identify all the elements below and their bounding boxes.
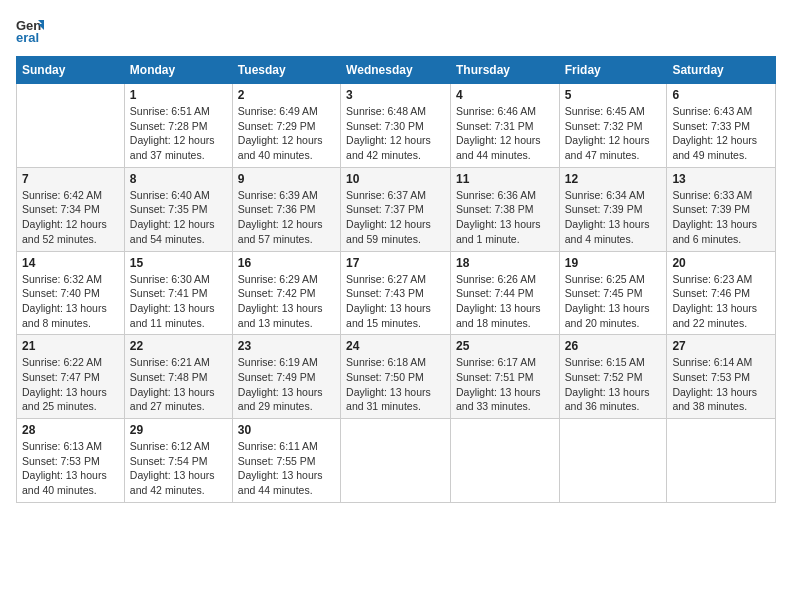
- day-info: Sunrise: 6:34 AMSunset: 7:39 PMDaylight:…: [565, 188, 662, 247]
- calendar-cell: 15Sunrise: 6:30 AMSunset: 7:41 PMDayligh…: [124, 251, 232, 335]
- day-number: 14: [22, 256, 119, 270]
- day-number: 11: [456, 172, 554, 186]
- day-info: Sunrise: 6:21 AMSunset: 7:48 PMDaylight:…: [130, 355, 227, 414]
- day-info: Sunrise: 6:43 AMSunset: 7:33 PMDaylight:…: [672, 104, 770, 163]
- day-number: 18: [456, 256, 554, 270]
- calendar-week-row: 21Sunrise: 6:22 AMSunset: 7:47 PMDayligh…: [17, 335, 776, 419]
- calendar-cell: 10Sunrise: 6:37 AMSunset: 7:37 PMDayligh…: [341, 167, 451, 251]
- day-number: 13: [672, 172, 770, 186]
- general-blue-icon: Gen eral: [16, 16, 44, 44]
- day-info: Sunrise: 6:45 AMSunset: 7:32 PMDaylight:…: [565, 104, 662, 163]
- day-info: Sunrise: 6:27 AMSunset: 7:43 PMDaylight:…: [346, 272, 445, 331]
- calendar-cell: 29Sunrise: 6:12 AMSunset: 7:54 PMDayligh…: [124, 419, 232, 503]
- day-info: Sunrise: 6:12 AMSunset: 7:54 PMDaylight:…: [130, 439, 227, 498]
- calendar-cell: 19Sunrise: 6:25 AMSunset: 7:45 PMDayligh…: [559, 251, 667, 335]
- day-number: 9: [238, 172, 335, 186]
- day-number: 6: [672, 88, 770, 102]
- calendar-table: SundayMondayTuesdayWednesdayThursdayFrid…: [16, 56, 776, 503]
- weekday-header: Thursday: [450, 57, 559, 84]
- calendar-cell: 21Sunrise: 6:22 AMSunset: 7:47 PMDayligh…: [17, 335, 125, 419]
- calendar-cell: 24Sunrise: 6:18 AMSunset: 7:50 PMDayligh…: [341, 335, 451, 419]
- calendar-cell: 20Sunrise: 6:23 AMSunset: 7:46 PMDayligh…: [667, 251, 776, 335]
- weekday-header: Friday: [559, 57, 667, 84]
- calendar-cell: 2Sunrise: 6:49 AMSunset: 7:29 PMDaylight…: [232, 84, 340, 168]
- day-info: Sunrise: 6:32 AMSunset: 7:40 PMDaylight:…: [22, 272, 119, 331]
- day-info: Sunrise: 6:26 AMSunset: 7:44 PMDaylight:…: [456, 272, 554, 331]
- logo: Gen eral: [16, 16, 48, 44]
- calendar-cell: 7Sunrise: 6:42 AMSunset: 7:34 PMDaylight…: [17, 167, 125, 251]
- day-info: Sunrise: 6:37 AMSunset: 7:37 PMDaylight:…: [346, 188, 445, 247]
- calendar-cell: [667, 419, 776, 503]
- calendar-cell: 14Sunrise: 6:32 AMSunset: 7:40 PMDayligh…: [17, 251, 125, 335]
- day-info: Sunrise: 6:29 AMSunset: 7:42 PMDaylight:…: [238, 272, 335, 331]
- calendar-cell: 22Sunrise: 6:21 AMSunset: 7:48 PMDayligh…: [124, 335, 232, 419]
- day-number: 23: [238, 339, 335, 353]
- day-info: Sunrise: 6:40 AMSunset: 7:35 PMDaylight:…: [130, 188, 227, 247]
- calendar-cell: 12Sunrise: 6:34 AMSunset: 7:39 PMDayligh…: [559, 167, 667, 251]
- weekday-header: Monday: [124, 57, 232, 84]
- weekday-header: Tuesday: [232, 57, 340, 84]
- calendar-cell: 5Sunrise: 6:45 AMSunset: 7:32 PMDaylight…: [559, 84, 667, 168]
- weekday-header: Wednesday: [341, 57, 451, 84]
- day-number: 12: [565, 172, 662, 186]
- calendar-cell: 30Sunrise: 6:11 AMSunset: 7:55 PMDayligh…: [232, 419, 340, 503]
- day-number: 15: [130, 256, 227, 270]
- calendar-cell: 17Sunrise: 6:27 AMSunset: 7:43 PMDayligh…: [341, 251, 451, 335]
- day-number: 2: [238, 88, 335, 102]
- calendar-cell: 25Sunrise: 6:17 AMSunset: 7:51 PMDayligh…: [450, 335, 559, 419]
- calendar-cell: 3Sunrise: 6:48 AMSunset: 7:30 PMDaylight…: [341, 84, 451, 168]
- day-info: Sunrise: 6:42 AMSunset: 7:34 PMDaylight:…: [22, 188, 119, 247]
- calendar-cell: [450, 419, 559, 503]
- day-info: Sunrise: 6:18 AMSunset: 7:50 PMDaylight:…: [346, 355, 445, 414]
- day-number: 3: [346, 88, 445, 102]
- day-info: Sunrise: 6:49 AMSunset: 7:29 PMDaylight:…: [238, 104, 335, 163]
- day-number: 26: [565, 339, 662, 353]
- day-number: 28: [22, 423, 119, 437]
- day-number: 4: [456, 88, 554, 102]
- calendar-week-row: 14Sunrise: 6:32 AMSunset: 7:40 PMDayligh…: [17, 251, 776, 335]
- calendar-cell: 4Sunrise: 6:46 AMSunset: 7:31 PMDaylight…: [450, 84, 559, 168]
- day-info: Sunrise: 6:39 AMSunset: 7:36 PMDaylight:…: [238, 188, 335, 247]
- day-number: 7: [22, 172, 119, 186]
- day-number: 17: [346, 256, 445, 270]
- calendar-cell: [17, 84, 125, 168]
- day-number: 16: [238, 256, 335, 270]
- day-info: Sunrise: 6:19 AMSunset: 7:49 PMDaylight:…: [238, 355, 335, 414]
- day-info: Sunrise: 6:48 AMSunset: 7:30 PMDaylight:…: [346, 104, 445, 163]
- calendar-body: 1Sunrise: 6:51 AMSunset: 7:28 PMDaylight…: [17, 84, 776, 503]
- day-info: Sunrise: 6:25 AMSunset: 7:45 PMDaylight:…: [565, 272, 662, 331]
- calendar-header-row: SundayMondayTuesdayWednesdayThursdayFrid…: [17, 57, 776, 84]
- day-info: Sunrise: 6:13 AMSunset: 7:53 PMDaylight:…: [22, 439, 119, 498]
- day-info: Sunrise: 6:14 AMSunset: 7:53 PMDaylight:…: [672, 355, 770, 414]
- calendar-week-row: 7Sunrise: 6:42 AMSunset: 7:34 PMDaylight…: [17, 167, 776, 251]
- calendar-cell: 26Sunrise: 6:15 AMSunset: 7:52 PMDayligh…: [559, 335, 667, 419]
- day-number: 1: [130, 88, 227, 102]
- day-number: 27: [672, 339, 770, 353]
- weekday-header: Sunday: [17, 57, 125, 84]
- calendar-cell: 8Sunrise: 6:40 AMSunset: 7:35 PMDaylight…: [124, 167, 232, 251]
- day-info: Sunrise: 6:36 AMSunset: 7:38 PMDaylight:…: [456, 188, 554, 247]
- day-number: 20: [672, 256, 770, 270]
- day-info: Sunrise: 6:17 AMSunset: 7:51 PMDaylight:…: [456, 355, 554, 414]
- day-info: Sunrise: 6:22 AMSunset: 7:47 PMDaylight:…: [22, 355, 119, 414]
- day-number: 25: [456, 339, 554, 353]
- calendar-cell: 11Sunrise: 6:36 AMSunset: 7:38 PMDayligh…: [450, 167, 559, 251]
- day-number: 29: [130, 423, 227, 437]
- calendar-cell: 18Sunrise: 6:26 AMSunset: 7:44 PMDayligh…: [450, 251, 559, 335]
- calendar-cell: 1Sunrise: 6:51 AMSunset: 7:28 PMDaylight…: [124, 84, 232, 168]
- day-number: 21: [22, 339, 119, 353]
- calendar-cell: 28Sunrise: 6:13 AMSunset: 7:53 PMDayligh…: [17, 419, 125, 503]
- day-info: Sunrise: 6:46 AMSunset: 7:31 PMDaylight:…: [456, 104, 554, 163]
- calendar-cell: 6Sunrise: 6:43 AMSunset: 7:33 PMDaylight…: [667, 84, 776, 168]
- day-number: 8: [130, 172, 227, 186]
- day-number: 22: [130, 339, 227, 353]
- day-number: 24: [346, 339, 445, 353]
- calendar-week-row: 28Sunrise: 6:13 AMSunset: 7:53 PMDayligh…: [17, 419, 776, 503]
- svg-text:eral: eral: [16, 30, 39, 44]
- calendar-cell: [341, 419, 451, 503]
- day-number: 19: [565, 256, 662, 270]
- day-info: Sunrise: 6:30 AMSunset: 7:41 PMDaylight:…: [130, 272, 227, 331]
- calendar-cell: 9Sunrise: 6:39 AMSunset: 7:36 PMDaylight…: [232, 167, 340, 251]
- day-number: 10: [346, 172, 445, 186]
- calendar-week-row: 1Sunrise: 6:51 AMSunset: 7:28 PMDaylight…: [17, 84, 776, 168]
